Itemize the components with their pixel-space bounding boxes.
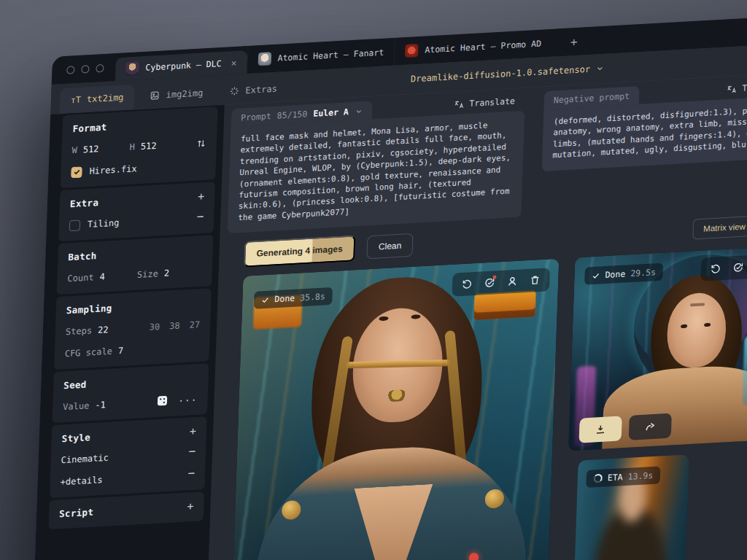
seed-value-label: Value	[63, 400, 90, 412]
extra-add-button[interactable]: +	[198, 191, 205, 202]
status-time: 29.5s	[630, 267, 656, 279]
section-title: Script	[59, 501, 194, 520]
tiling-checkbox[interactable]	[69, 219, 81, 231]
style-remove-button[interactable]: −	[188, 446, 196, 457]
generating-progress-button[interactable]: Generating 4 images	[244, 235, 356, 268]
swap-vertical-icon	[196, 137, 207, 149]
check-icon	[261, 295, 269, 304]
undo-icon	[461, 278, 473, 290]
refresh-button[interactable]	[484, 277, 496, 289]
section-title: Extra	[70, 191, 205, 210]
height-field[interactable]: 512	[141, 141, 157, 152]
extras-sparkle-icon	[229, 86, 240, 97]
generating-image-card[interactable]: ETA 13.9s	[573, 454, 689, 560]
seed-more-button[interactable]: ···	[178, 394, 198, 405]
tab-label: Atomic Heart – Fanart	[277, 47, 384, 63]
style-item[interactable]: +details	[60, 475, 102, 487]
randomize-seed-button[interactable]	[156, 394, 169, 409]
cfg-scale-field[interactable]: 7	[118, 346, 124, 356]
tab-img2img[interactable]: img2img	[139, 80, 214, 109]
batch-count-label: Count	[67, 272, 94, 284]
notification-dot	[492, 276, 496, 279]
section-title: Style	[61, 426, 196, 445]
check-icon	[592, 271, 600, 280]
trash-icon	[529, 274, 541, 287]
panel-tab-label: txt2img	[87, 92, 124, 104]
negative-translate-button[interactable]: Translate	[727, 81, 747, 95]
new-tab-button[interactable]: +	[558, 27, 589, 56]
download-button[interactable]	[579, 416, 622, 443]
refresh-button[interactable]	[732, 262, 745, 274]
sampler-select[interactable]: Euler A	[313, 106, 349, 119]
model-name: Dreamlike-diffusion-1.0.safetensor	[411, 64, 591, 85]
translate-icon	[454, 99, 464, 109]
section-title: Sampling	[66, 298, 201, 316]
status-text: Done	[274, 293, 295, 305]
steps-preset[interactable]: 30	[149, 322, 160, 332]
swap-dimensions-button[interactable]	[196, 137, 207, 149]
tiling-label: Tiling	[88, 217, 120, 229]
height-label: H	[129, 141, 135, 152]
person-icon	[506, 276, 519, 288]
empty-image-slot	[694, 448, 747, 560]
width-field[interactable]: 512	[83, 144, 99, 155]
panel-tab-label: img2img	[166, 88, 203, 100]
style-remove-button[interactable]: −	[187, 468, 195, 479]
prompt-textarea[interactable]: full face mask and helmet, Mona Lisa, ar…	[228, 111, 525, 234]
steps-field[interactable]: 22	[98, 324, 109, 335]
prompt-translate-button[interactable]: Translate	[454, 96, 515, 109]
prompt-label: Prompt	[241, 111, 271, 122]
translate-label: Translate	[742, 81, 747, 93]
tab-txt2img[interactable]: тT txt2img	[59, 85, 135, 114]
tab-avatar	[125, 61, 139, 75]
check-icon	[73, 168, 80, 176]
results-gallery: Done 35.8s	[228, 238, 747, 560]
undo-button[interactable]	[461, 278, 473, 290]
generated-image-card-1[interactable]: Done 35.8s	[228, 259, 560, 560]
steps-preset[interactable]: 27	[189, 319, 200, 330]
window-control-dot[interactable]	[96, 64, 104, 73]
prompt-box: Prompt 85/150 Euler A Translate full fac…	[228, 93, 526, 234]
tab-avatar	[405, 44, 419, 58]
close-icon[interactable]: ×	[231, 57, 236, 68]
txt2img-icon: тT	[71, 95, 81, 106]
steps-preset[interactable]: 38	[169, 321, 180, 332]
undo-icon	[710, 262, 722, 275]
chevron-down-icon[interactable]	[355, 107, 363, 116]
format-section: Format W 512 H 512 Hires.fix	[61, 106, 218, 188]
generated-image-card-2[interactable]: Done 29.5s	[568, 245, 747, 451]
hires-fix-checkbox[interactable]	[71, 166, 82, 178]
translate-label: Translate	[469, 96, 515, 108]
batch-size-field[interactable]: 2	[164, 268, 170, 278]
trash-button[interactable]	[529, 274, 541, 287]
negative-prompt-box: Negative prompt Translate (deformed, dis…	[540, 74, 747, 216]
batch-count-field[interactable]: 4	[99, 271, 105, 281]
translate-icon	[727, 84, 737, 94]
refresh-check-icon	[732, 262, 745, 274]
spinner-icon	[594, 474, 603, 483]
status-text: Done	[605, 269, 625, 281]
status-time: 35.8s	[300, 292, 325, 303]
section-title: Batch	[68, 244, 203, 263]
chevron-down-icon	[595, 64, 604, 74]
tab-extras[interactable]: Extras	[218, 76, 289, 104]
style-item[interactable]: Cinematic	[61, 453, 109, 466]
cfg-scale-label: CFG scale	[65, 346, 113, 359]
download-icon	[595, 424, 607, 436]
seed-value-field[interactable]: -1	[95, 400, 106, 411]
status-time: 13.9s	[627, 470, 653, 482]
extra-remove-button[interactable]: −	[196, 211, 204, 222]
sampling-section: Sampling Steps 22 30 38 27 CFG scale 7	[54, 288, 212, 370]
script-add-button[interactable]: +	[187, 501, 194, 512]
extra-section: Extra + Tiling −	[58, 182, 215, 241]
style-add-button[interactable]: +	[190, 426, 197, 437]
window-control-dot[interactable]	[66, 66, 74, 74]
matrix-view-button[interactable]: Matrix view	[693, 216, 747, 240]
person-button[interactable]	[506, 276, 519, 288]
share-button[interactable]	[629, 413, 672, 440]
window-control-dot[interactable]	[81, 65, 89, 74]
seed-section: Seed Value -1 ···	[52, 363, 209, 423]
status-text: ETA	[608, 472, 623, 483]
clean-button[interactable]: Clean	[366, 233, 414, 260]
undo-button[interactable]	[710, 262, 722, 275]
